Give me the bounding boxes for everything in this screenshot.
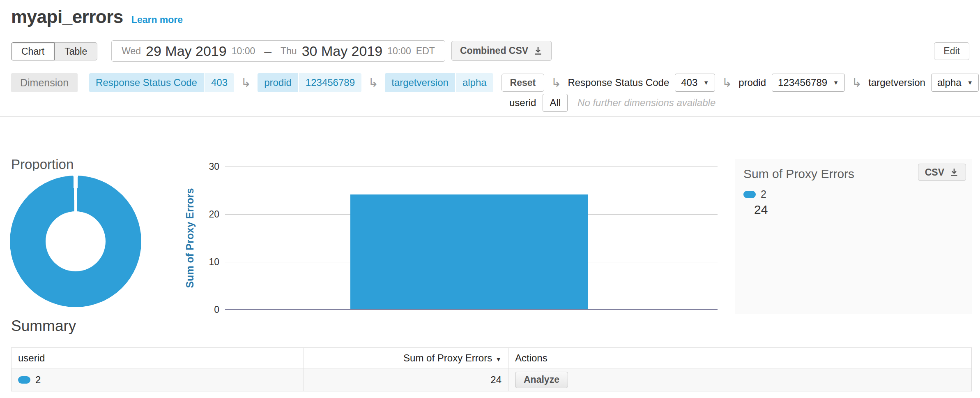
- no-more-dimensions-text: No further dimensions available: [577, 97, 715, 109]
- end-time: 10:00: [387, 46, 411, 57]
- y-tick-label: 20: [209, 208, 219, 220]
- y-tick-label: 0: [214, 304, 219, 315]
- csv-label: CSV: [925, 167, 944, 178]
- download-icon: [533, 46, 543, 56]
- drilldown-select-response-status-code[interactable]: 403 ▼: [675, 74, 715, 92]
- proportion-donut-chart: [10, 171, 175, 312]
- date-range-separator: –: [264, 44, 271, 59]
- donut-slice: [10, 176, 141, 307]
- dimension-row: Dimension Response Status Code 403 ↳ pro…: [11, 73, 980, 92]
- end-date: 30 May 2019: [302, 43, 383, 59]
- bar: [350, 194, 588, 309]
- drilldown-select-targetversion[interactable]: alpha ▼: [931, 74, 979, 92]
- drilldown-name: targetversion: [868, 77, 925, 88]
- legend-item[interactable]: 2: [743, 188, 966, 200]
- breadcrumb-chip-targetversion[interactable]: targetversion alpha: [385, 73, 493, 92]
- download-icon: [949, 167, 959, 177]
- legend-title: Sum of Proxy Errors: [743, 167, 854, 181]
- chip-name: prodid: [258, 73, 298, 92]
- chip-name: targetversion: [385, 73, 455, 92]
- series-color-swatch: [743, 191, 756, 198]
- x-axis-line: [225, 309, 718, 310]
- chevron-down-icon: ▼: [703, 79, 709, 86]
- next-dimension-name: userid: [509, 97, 536, 109]
- select-value: alpha: [937, 77, 962, 88]
- start-time: 10:00: [232, 46, 255, 57]
- chart-view-button[interactable]: Chart: [11, 42, 55, 60]
- dimension-label: Dimension: [11, 73, 78, 92]
- chevron-down-icon: ▼: [967, 79, 973, 86]
- combined-csv-label: Combined CSV: [460, 45, 528, 56]
- next-dimension-value-select[interactable]: All: [543, 94, 568, 112]
- start-date: 29 May 2019: [146, 43, 227, 59]
- chevron-down-icon: ▼: [833, 79, 839, 86]
- analytics-report-page: myapi_errors Learn more Chart Table Wed …: [0, 0, 980, 398]
- table-row: 2 24 Analyze: [12, 368, 972, 391]
- proportion-chart-title: Proportion: [11, 157, 74, 172]
- drill-arrow-icon: ↳: [851, 76, 862, 89]
- userid-cell: 2: [12, 368, 304, 391]
- report-header: myapi_errors Learn more: [11, 7, 183, 27]
- series-color-swatch: [18, 376, 30, 384]
- summary-section-title: Summary: [11, 317, 76, 335]
- analyze-button[interactable]: Analyze: [515, 372, 568, 388]
- chip-name: Response Status Code: [89, 73, 204, 92]
- sum-cell: 24: [304, 368, 508, 391]
- dimension-band: Dimension Response Status Code 403 ↳ pro…: [0, 70, 980, 117]
- drilldown-name: prodid: [738, 77, 766, 88]
- gridline: [225, 167, 718, 167]
- select-value: 123456789: [778, 77, 827, 88]
- legend-header: Sum of Proxy Errors CSV: [743, 164, 966, 181]
- userid-value: 2: [35, 374, 41, 386]
- column-header-sum-of-proxy-errors[interactable]: Sum of Proxy Errors▼: [304, 348, 508, 368]
- chip-value: 123456789: [299, 73, 361, 92]
- drilldown-name: Response Status Code: [568, 77, 669, 88]
- drilldown-select-prodid[interactable]: 123456789 ▼: [772, 74, 845, 92]
- actions-cell: Analyze: [508, 368, 972, 391]
- sort-desc-icon: ▼: [495, 356, 502, 363]
- legend-panel: Sum of Proxy Errors CSV 2 24: [735, 159, 972, 314]
- breadcrumb-chip-prodid[interactable]: prodid 123456789: [258, 73, 361, 92]
- start-day: Wed: [122, 46, 141, 57]
- select-value: 403: [681, 77, 697, 88]
- edit-button[interactable]: Edit: [934, 42, 969, 60]
- column-header-userid: userid: [12, 348, 304, 368]
- table-header-row: userid Sum of Proxy Errors▼ Actions: [12, 348, 972, 368]
- chip-value: 403: [205, 73, 234, 92]
- table-view-button[interactable]: Table: [54, 42, 97, 60]
- legend-item-value: 24: [754, 203, 966, 217]
- drill-arrow-icon: ↳: [241, 76, 251, 89]
- y-tick-label: 30: [209, 161, 219, 172]
- breadcrumb-chip-response-status-code[interactable]: Response Status Code 403: [89, 73, 234, 92]
- reset-button[interactable]: Reset: [502, 74, 545, 92]
- drill-arrow-icon: ↳: [551, 76, 561, 89]
- drill-arrow-icon: ↳: [722, 76, 732, 89]
- column-header-actions: Actions: [508, 348, 972, 368]
- legend-item-label: 2: [761, 188, 766, 200]
- combined-csv-button[interactable]: Combined CSV: [451, 41, 552, 61]
- summary-table: userid Sum of Proxy Errors▼ Actions 2 24…: [11, 347, 972, 391]
- page-title: myapi_errors: [11, 7, 123, 27]
- timezone-label: EDT: [416, 46, 435, 57]
- learn-more-link[interactable]: Learn more: [131, 14, 183, 25]
- chip-value: alpha: [456, 73, 493, 92]
- next-dimension-row: userid All No further dimensions availab…: [509, 94, 715, 112]
- end-day: Thu: [281, 46, 297, 57]
- drill-arrow-icon: ↳: [368, 76, 378, 89]
- view-toggle: Chart Table: [11, 42, 97, 60]
- csv-button[interactable]: CSV: [918, 164, 966, 181]
- y-tick-label: 10: [209, 256, 219, 267]
- y-axis-title: Sum of Proxy Errors: [184, 188, 196, 288]
- bar-chart-plot: 30 20 10 0: [225, 167, 718, 310]
- date-range-picker[interactable]: Wed 29 May 2019 10:00 – Thu 30 May 2019 …: [111, 40, 445, 62]
